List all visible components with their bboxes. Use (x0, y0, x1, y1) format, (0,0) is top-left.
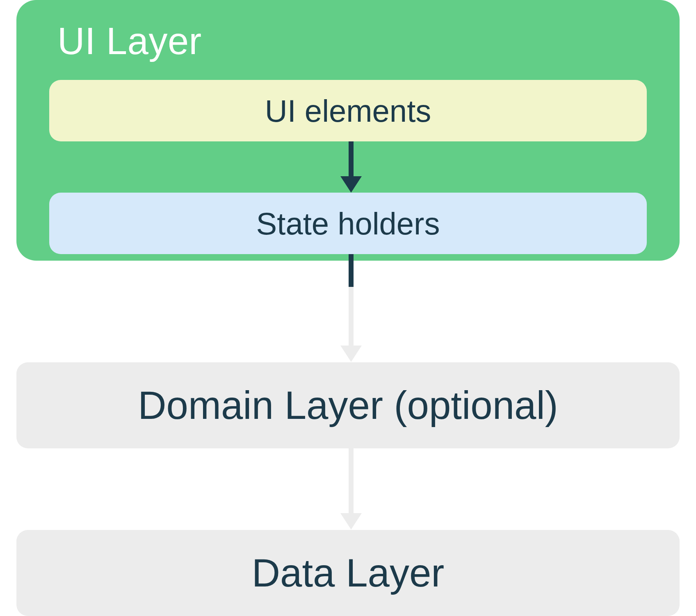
ui-elements-label: UI elements (265, 93, 431, 129)
data-layer-label: Data Layer (252, 550, 445, 596)
domain-layer-label: Domain Layer (optional) (138, 383, 558, 428)
domain-layer-box: Domain Layer (optional) (16, 362, 680, 448)
state-holders-label: State holders (256, 206, 440, 241)
ui-layer-title: UI Layer (57, 20, 202, 63)
arrow-down-icon (346, 287, 354, 362)
state-holders-box: State holders (49, 193, 647, 254)
ui-layer-container: UI Layer UI elements State holders (16, 0, 680, 261)
connector-line (349, 254, 354, 287)
data-layer-box: Data Layer (16, 530, 680, 616)
arrow-down-icon (346, 448, 354, 530)
ui-elements-box: UI elements (49, 80, 647, 141)
arrow-down-icon (346, 141, 354, 193)
